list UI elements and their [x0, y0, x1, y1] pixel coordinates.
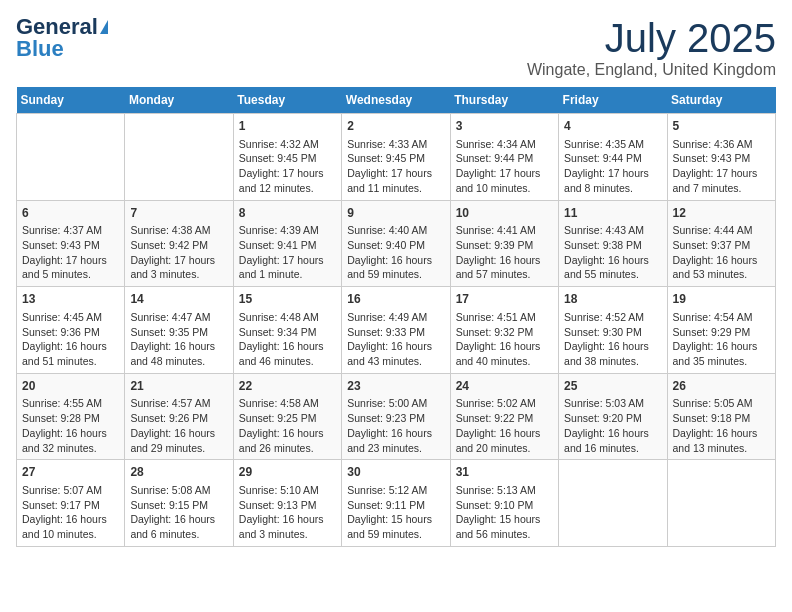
day-info: Sunset: 9:35 PM: [130, 325, 227, 340]
header-friday: Friday: [559, 87, 667, 114]
day-number: 18: [564, 291, 661, 308]
day-info: Daylight: 17 hours and 8 minutes.: [564, 166, 661, 195]
day-number: 3: [456, 118, 553, 135]
day-info: Sunset: 9:13 PM: [239, 498, 336, 513]
calendar-week-5: 27Sunrise: 5:07 AMSunset: 9:17 PMDayligh…: [17, 460, 776, 547]
calendar-cell: 5Sunrise: 4:36 AMSunset: 9:43 PMDaylight…: [667, 114, 775, 201]
calendar-cell: 14Sunrise: 4:47 AMSunset: 9:35 PMDayligh…: [125, 287, 233, 374]
header-thursday: Thursday: [450, 87, 558, 114]
calendar-cell: 15Sunrise: 4:48 AMSunset: 9:34 PMDayligh…: [233, 287, 341, 374]
calendar-cell: 11Sunrise: 4:43 AMSunset: 9:38 PMDayligh…: [559, 200, 667, 287]
day-info: Sunset: 9:37 PM: [673, 238, 770, 253]
day-info: Sunset: 9:30 PM: [564, 325, 661, 340]
day-info: Sunset: 9:25 PM: [239, 411, 336, 426]
day-info: Sunset: 9:43 PM: [673, 151, 770, 166]
logo: General Blue: [16, 16, 108, 60]
day-number: 22: [239, 378, 336, 395]
day-number: 1: [239, 118, 336, 135]
day-info: Daylight: 16 hours and 38 minutes.: [564, 339, 661, 368]
day-info: Sunrise: 5:12 AM: [347, 483, 444, 498]
calendar-cell: 2Sunrise: 4:33 AMSunset: 9:45 PMDaylight…: [342, 114, 450, 201]
day-info: Daylight: 17 hours and 7 minutes.: [673, 166, 770, 195]
day-info: Sunset: 9:34 PM: [239, 325, 336, 340]
calendar-cell: [17, 114, 125, 201]
day-info: Sunset: 9:45 PM: [347, 151, 444, 166]
day-number: 7: [130, 205, 227, 222]
day-info: Daylight: 16 hours and 51 minutes.: [22, 339, 119, 368]
calendar-cell: 17Sunrise: 4:51 AMSunset: 9:32 PMDayligh…: [450, 287, 558, 374]
day-info: Sunset: 9:10 PM: [456, 498, 553, 513]
calendar-cell: 6Sunrise: 4:37 AMSunset: 9:43 PMDaylight…: [17, 200, 125, 287]
calendar-cell: 16Sunrise: 4:49 AMSunset: 9:33 PMDayligh…: [342, 287, 450, 374]
day-info: Sunset: 9:41 PM: [239, 238, 336, 253]
day-info: Sunset: 9:15 PM: [130, 498, 227, 513]
calendar-cell: [667, 460, 775, 547]
header-wednesday: Wednesday: [342, 87, 450, 114]
day-info: Sunrise: 5:10 AM: [239, 483, 336, 498]
day-info: Daylight: 16 hours and 6 minutes.: [130, 512, 227, 541]
day-number: 5: [673, 118, 770, 135]
day-number: 26: [673, 378, 770, 395]
day-number: 28: [130, 464, 227, 481]
day-info: Sunrise: 5:08 AM: [130, 483, 227, 498]
day-info: Sunset: 9:40 PM: [347, 238, 444, 253]
day-info: Daylight: 16 hours and 53 minutes.: [673, 253, 770, 282]
day-info: Sunset: 9:23 PM: [347, 411, 444, 426]
day-info: Daylight: 17 hours and 12 minutes.: [239, 166, 336, 195]
day-info: Sunrise: 4:40 AM: [347, 223, 444, 238]
day-info: Sunrise: 4:39 AM: [239, 223, 336, 238]
day-info: Daylight: 16 hours and 55 minutes.: [564, 253, 661, 282]
day-info: Sunset: 9:45 PM: [239, 151, 336, 166]
day-info: Sunset: 9:22 PM: [456, 411, 553, 426]
calendar-cell: 23Sunrise: 5:00 AMSunset: 9:23 PMDayligh…: [342, 373, 450, 460]
day-info: Sunset: 9:32 PM: [456, 325, 553, 340]
calendar-cell: [125, 114, 233, 201]
calendar-cell: 10Sunrise: 4:41 AMSunset: 9:39 PMDayligh…: [450, 200, 558, 287]
day-info: Sunset: 9:39 PM: [456, 238, 553, 253]
day-info: Daylight: 16 hours and 29 minutes.: [130, 426, 227, 455]
calendar-cell: 7Sunrise: 4:38 AMSunset: 9:42 PMDaylight…: [125, 200, 233, 287]
logo-triangle-icon: [100, 20, 108, 34]
day-info: Sunset: 9:11 PM: [347, 498, 444, 513]
day-number: 10: [456, 205, 553, 222]
header-tuesday: Tuesday: [233, 87, 341, 114]
day-info: Daylight: 16 hours and 32 minutes.: [22, 426, 119, 455]
day-info: Daylight: 15 hours and 56 minutes.: [456, 512, 553, 541]
calendar-cell: 28Sunrise: 5:08 AMSunset: 9:15 PMDayligh…: [125, 460, 233, 547]
day-number: 23: [347, 378, 444, 395]
day-number: 25: [564, 378, 661, 395]
day-info: Sunrise: 5:13 AM: [456, 483, 553, 498]
calendar-cell: 18Sunrise: 4:52 AMSunset: 9:30 PMDayligh…: [559, 287, 667, 374]
header-monday: Monday: [125, 87, 233, 114]
day-info: Daylight: 16 hours and 43 minutes.: [347, 339, 444, 368]
day-number: 15: [239, 291, 336, 308]
calendar-header: Sunday Monday Tuesday Wednesday Thursday…: [17, 87, 776, 114]
day-info: Sunrise: 4:35 AM: [564, 137, 661, 152]
day-info: Daylight: 16 hours and 48 minutes.: [130, 339, 227, 368]
day-info: Daylight: 17 hours and 10 minutes.: [456, 166, 553, 195]
calendar-cell: 31Sunrise: 5:13 AMSunset: 9:10 PMDayligh…: [450, 460, 558, 547]
page-header: General Blue July 2025 Wingate, England,…: [16, 16, 776, 79]
day-info: Daylight: 16 hours and 40 minutes.: [456, 339, 553, 368]
day-info: Daylight: 15 hours and 59 minutes.: [347, 512, 444, 541]
day-number: 11: [564, 205, 661, 222]
calendar-cell: 27Sunrise: 5:07 AMSunset: 9:17 PMDayligh…: [17, 460, 125, 547]
day-info: Daylight: 16 hours and 16 minutes.: [564, 426, 661, 455]
day-info: Sunset: 9:17 PM: [22, 498, 119, 513]
day-info: Daylight: 16 hours and 35 minutes.: [673, 339, 770, 368]
day-number: 29: [239, 464, 336, 481]
day-number: 17: [456, 291, 553, 308]
day-info: Sunrise: 4:51 AM: [456, 310, 553, 325]
day-info: Sunrise: 5:07 AM: [22, 483, 119, 498]
day-info: Sunrise: 4:57 AM: [130, 396, 227, 411]
day-number: 21: [130, 378, 227, 395]
day-number: 20: [22, 378, 119, 395]
calendar-cell: 9Sunrise: 4:40 AMSunset: 9:40 PMDaylight…: [342, 200, 450, 287]
calendar-cell: 29Sunrise: 5:10 AMSunset: 9:13 PMDayligh…: [233, 460, 341, 547]
day-info: Sunrise: 5:00 AM: [347, 396, 444, 411]
calendar-cell: 19Sunrise: 4:54 AMSunset: 9:29 PMDayligh…: [667, 287, 775, 374]
day-info: Sunrise: 4:37 AM: [22, 223, 119, 238]
day-info: Daylight: 16 hours and 59 minutes.: [347, 253, 444, 282]
title-block: July 2025 Wingate, England, United Kingd…: [527, 16, 776, 79]
day-info: Daylight: 17 hours and 1 minute.: [239, 253, 336, 282]
